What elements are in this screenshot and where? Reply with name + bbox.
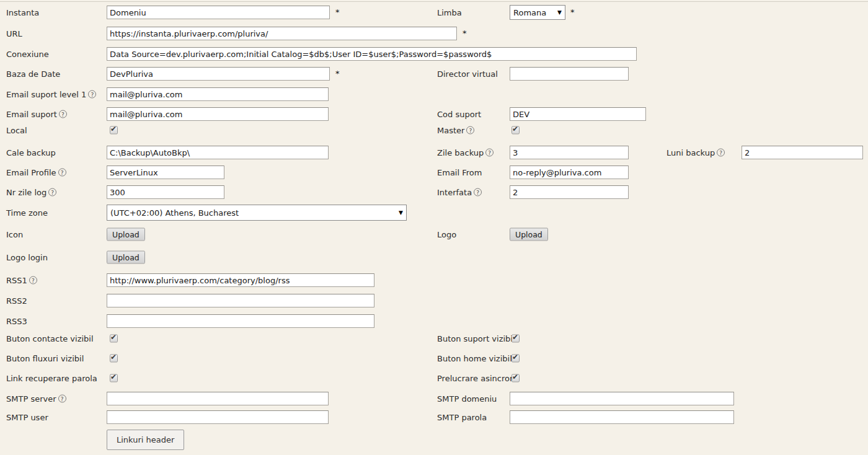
cod-suport-label: Cod suport bbox=[437, 110, 481, 119]
checkmark-icon: ✔ bbox=[110, 373, 117, 381]
row-conexiune: Conexiune bbox=[0, 46, 868, 61]
smtp-server-input[interactable] bbox=[107, 392, 329, 405]
checkmark-icon: ✔ bbox=[110, 125, 117, 133]
time-zone-selected-value: (UTC+02:00) Athens, Bucharest bbox=[110, 208, 239, 218]
email-suport-level-1-input[interactable] bbox=[107, 87, 329, 101]
nr-zile-log-label-text: Nr zile log bbox=[6, 188, 46, 197]
chevron-down-icon: ▼ bbox=[395, 210, 403, 216]
instanta-input[interactable] bbox=[107, 6, 330, 19]
cale-backup-label: Cale backup bbox=[6, 148, 56, 157]
director-virtual-input[interactable] bbox=[510, 67, 629, 81]
row-rss1: RSS1? bbox=[0, 273, 868, 288]
interfata-input[interactable] bbox=[510, 185, 629, 199]
row-buton-fluxuri: Buton fluxuri vizibil ✔ Buton home vizib… bbox=[0, 353, 868, 363]
conexiune-input[interactable] bbox=[107, 47, 637, 61]
limba-label: Limba bbox=[437, 8, 462, 17]
row-logo-login: Logo login Upload bbox=[0, 250, 868, 263]
smtp-domeniu-input[interactable] bbox=[510, 392, 734, 405]
checkmark-icon: ✔ bbox=[110, 353, 117, 361]
row-link-recuperare: Link recuperare parola ✔ Prelucrare asin… bbox=[0, 373, 868, 383]
email-suport-label-text: Email suport bbox=[6, 110, 57, 119]
email-from-label: Email From bbox=[437, 168, 482, 177]
zile-backup-label: Zile backup? bbox=[437, 148, 494, 157]
smtp-parola-input[interactable] bbox=[510, 410, 734, 424]
nr-zile-log-label: Nr zile log? bbox=[6, 188, 56, 197]
required-marker: * bbox=[570, 7, 575, 17]
luni-backup-label-text: Luni backup bbox=[666, 148, 715, 157]
icon-upload-button[interactable]: Upload bbox=[107, 228, 145, 241]
help-icon[interactable]: ? bbox=[466, 126, 474, 135]
icon-label: Icon bbox=[6, 229, 23, 239]
interfata-label: Interfata? bbox=[437, 188, 482, 197]
email-from-input[interactable] bbox=[510, 166, 629, 179]
buton-home-vizibil-label: Buton home vizibil bbox=[437, 354, 512, 363]
nr-zile-log-input[interactable] bbox=[107, 185, 224, 199]
master-checkbox[interactable]: ✔ bbox=[512, 126, 520, 135]
email-profile-label-text: Email Profile bbox=[6, 168, 56, 177]
smtp-user-label: SMTP user bbox=[6, 413, 48, 422]
luni-backup-input[interactable] bbox=[742, 146, 863, 159]
required-marker: * bbox=[335, 7, 340, 17]
buton-contacte-vizibil-label: Buton contacte vizibil bbox=[6, 334, 94, 343]
help-icon[interactable]: ? bbox=[59, 110, 67, 118]
prelucrare-asincrona-label: Prelucrare asincrona bbox=[437, 374, 520, 383]
checkmark-icon: ✔ bbox=[110, 334, 117, 342]
help-icon[interactable]: ? bbox=[485, 149, 494, 157]
checkmark-icon: ✔ bbox=[512, 353, 518, 361]
help-icon[interactable]: ? bbox=[58, 395, 66, 403]
limba-select[interactable]: Romana ▼ bbox=[510, 5, 565, 20]
url-input[interactable] bbox=[107, 27, 457, 40]
row-email-profile: Email Profile? Email From bbox=[0, 165, 868, 180]
help-icon[interactable]: ? bbox=[474, 188, 482, 197]
buton-contacte-vizibil-checkbox[interactable]: ✔ bbox=[110, 335, 118, 343]
limba-selected-value: Romana bbox=[513, 8, 546, 17]
buton-fluxuri-vizibil-checkbox[interactable]: ✔ bbox=[110, 355, 118, 363]
row-rss2: RSS2 bbox=[0, 293, 868, 308]
smtp-domeniu-label: SMTP domeniu bbox=[437, 394, 497, 404]
cale-backup-input[interactable] bbox=[107, 146, 329, 159]
rss3-input[interactable] bbox=[107, 314, 374, 328]
help-icon[interactable]: ? bbox=[48, 188, 56, 197]
email-profile-input[interactable] bbox=[107, 166, 224, 179]
rss2-input[interactable] bbox=[107, 294, 374, 307]
smtp-user-input[interactable] bbox=[107, 410, 329, 424]
logo-upload-button[interactable]: Upload bbox=[510, 228, 548, 241]
link-recuperare-parola-checkbox[interactable]: ✔ bbox=[110, 374, 118, 382]
time-zone-select[interactable]: (UTC+02:00) Athens, Bucharest ▼ bbox=[107, 205, 407, 221]
row-url: URL * bbox=[0, 26, 868, 41]
prelucrare-asincrona-checkbox[interactable]: ✔ bbox=[512, 374, 520, 382]
row-email-suport: Email suport? Cod suport bbox=[0, 107, 868, 121]
zile-backup-input[interactable] bbox=[510, 146, 629, 159]
buton-suport-vizibil-label: Buton suport vizibil bbox=[437, 334, 515, 343]
smtp-parola-label: SMTP parola bbox=[437, 413, 487, 422]
help-icon[interactable]: ? bbox=[29, 276, 37, 285]
help-icon[interactable]: ? bbox=[58, 169, 66, 177]
help-icon[interactable]: ? bbox=[88, 91, 96, 99]
buton-home-vizibil-checkbox[interactable]: ✔ bbox=[512, 355, 520, 363]
email-suport-input[interactable] bbox=[107, 107, 329, 121]
cod-suport-input[interactable] bbox=[510, 107, 646, 121]
rss1-label: RSS1? bbox=[6, 276, 37, 285]
help-icon[interactable]: ? bbox=[717, 149, 725, 157]
row-icon-logo: Icon Upload Logo Upload bbox=[0, 228, 868, 241]
logo-login-upload-button[interactable]: Upload bbox=[107, 250, 145, 263]
row-nr-zile-log: Nr zile log? Interfata? bbox=[0, 185, 868, 200]
row-rss3: RSS3 bbox=[0, 314, 868, 329]
director-virtual-label: Director virtual bbox=[437, 69, 498, 79]
row-time-zone: Time zone (UTC+02:00) Athens, Bucharest … bbox=[0, 205, 868, 221]
baza-de-date-input[interactable] bbox=[107, 67, 330, 81]
rss3-label: RSS3 bbox=[6, 317, 27, 326]
required-marker: * bbox=[335, 69, 340, 78]
link-recuperare-parola-label: Link recuperare parola bbox=[6, 374, 97, 383]
row-email-suport-level-1: Email suport level 1? bbox=[0, 87, 868, 102]
linkuri-header-button[interactable]: Linkuri header bbox=[107, 430, 184, 450]
logo-label: Logo bbox=[437, 229, 456, 239]
smtp-server-label: SMTP server? bbox=[6, 394, 66, 404]
rss2-label: RSS2 bbox=[6, 296, 27, 306]
rss1-input[interactable] bbox=[107, 273, 374, 287]
checkmark-icon: ✔ bbox=[512, 125, 518, 133]
chevron-down-icon: ▼ bbox=[554, 9, 562, 15]
local-checkbox[interactable]: ✔ bbox=[110, 126, 118, 135]
buton-suport-vizibil-checkbox[interactable]: ✔ bbox=[512, 335, 520, 343]
email-profile-label: Email Profile? bbox=[6, 168, 66, 177]
